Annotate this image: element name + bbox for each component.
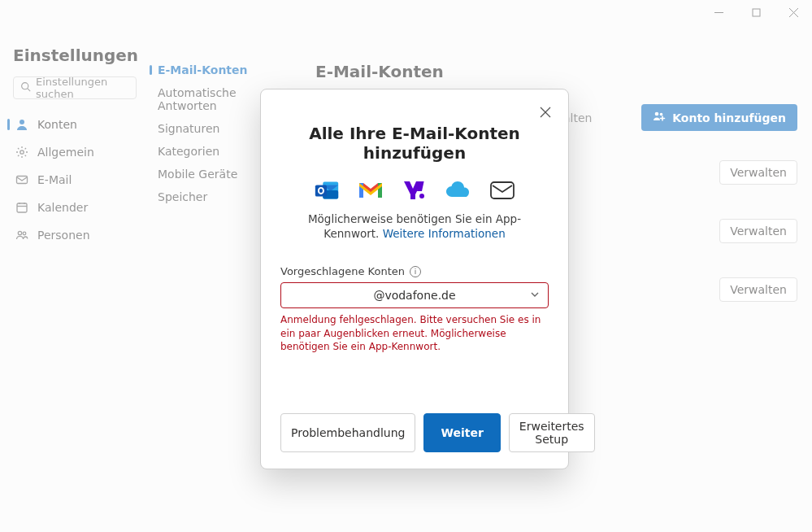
sidebar-item-label: Allgemein	[37, 146, 94, 159]
svg-point-16	[660, 113, 663, 116]
mail-icon	[15, 172, 29, 187]
svg-point-14	[23, 232, 26, 235]
generic-mail-icon	[489, 179, 516, 202]
troubleshoot-button[interactable]: Problembehandlung	[280, 413, 415, 452]
dialog-title: Alle Ihre E-Mail-Konten hinzufügen	[280, 124, 549, 163]
svg-point-15	[655, 112, 659, 116]
svg-line-5	[28, 89, 30, 91]
people-icon	[15, 228, 29, 242]
dialog-subtitle: Möglicherweise benötigen Sie ein App-Ken…	[280, 211, 549, 241]
svg-point-13	[18, 231, 21, 234]
more-info-link[interactable]: Weitere Informationen	[383, 227, 506, 240]
brand-icons-row	[280, 179, 549, 202]
page-title: E-Mail-Konten	[315, 62, 797, 81]
subnav-item-email-accounts[interactable]: E-Mail-Konten	[146, 59, 289, 81]
calendar-icon	[15, 200, 29, 215]
svg-point-7	[20, 150, 24, 154]
add-account-dialog: Alle Ihre E-Mail-Konten hinzufügen Mögli…	[260, 89, 569, 469]
sidebar-item-accounts[interactable]: Konten	[0, 111, 146, 138]
settings-title: Einstellungen	[0, 34, 146, 76]
settings-sidebar: Einstellungen Einstellungen suchen Konte…	[0, 26, 146, 532]
suggested-account-dropdown[interactable]: @vodafone.de	[280, 282, 549, 308]
svg-point-25	[419, 194, 424, 198]
suggested-accounts-label: Vorgeschlagene Konten i	[280, 265, 549, 277]
add-account-button[interactable]: Konto hinzufügen	[641, 104, 797, 131]
sidebar-item-calendar[interactable]: Kalender	[0, 194, 146, 221]
window-titlebar	[0, 0, 812, 26]
sidebar-item-label: E-Mail	[37, 173, 72, 186]
search-placeholder: Einstellungen suchen	[36, 76, 129, 100]
sidebar-item-label: Konten	[37, 118, 77, 131]
sidebar-item-people[interactable]: Personen	[0, 221, 146, 249]
chevron-down-icon	[530, 289, 540, 302]
svg-rect-27	[491, 182, 514, 198]
continue-button[interactable]: Weiter	[423, 413, 500, 452]
svg-point-4	[22, 83, 28, 89]
icloud-icon	[445, 179, 472, 202]
advanced-setup-button[interactable]: Erweitertes Setup	[509, 413, 595, 452]
search-icon	[20, 81, 31, 94]
settings-search-input[interactable]: Einstellungen suchen	[13, 76, 137, 99]
manage-button[interactable]: Verwalten	[719, 160, 797, 185]
manage-button[interactable]: Verwalten	[719, 219, 797, 243]
suggested-account-value: @vodafone.de	[373, 289, 455, 302]
dialog-close-button[interactable]	[534, 101, 557, 124]
gear-icon	[15, 145, 29, 159]
svg-rect-21	[315, 185, 327, 196]
manage-button[interactable]: Verwalten	[719, 277, 797, 302]
sidebar-item-general[interactable]: Allgemein	[0, 138, 146, 166]
window-minimize-button[interactable]	[700, 0, 737, 24]
window-maximize-button[interactable]	[737, 0, 775, 24]
error-message: Anmeldung fehlgeschlagen. Bitte versuche…	[280, 313, 549, 353]
yahoo-icon	[401, 179, 428, 202]
info-icon[interactable]: i	[410, 266, 421, 277]
person-icon	[15, 117, 29, 132]
svg-rect-8	[17, 177, 28, 184]
gmail-icon	[357, 179, 384, 202]
svg-rect-9	[17, 203, 27, 212]
sidebar-item-label: Personen	[37, 229, 90, 242]
outlook-icon	[313, 179, 341, 202]
add-account-label: Konto hinzufügen	[672, 111, 786, 124]
svg-point-6	[20, 120, 24, 124]
add-account-icon	[653, 110, 666, 125]
window-close-button[interactable]	[775, 0, 812, 24]
svg-rect-1	[753, 9, 760, 16]
sidebar-item-email[interactable]: E-Mail	[0, 166, 146, 194]
sidebar-item-label: Kalender	[37, 201, 88, 214]
